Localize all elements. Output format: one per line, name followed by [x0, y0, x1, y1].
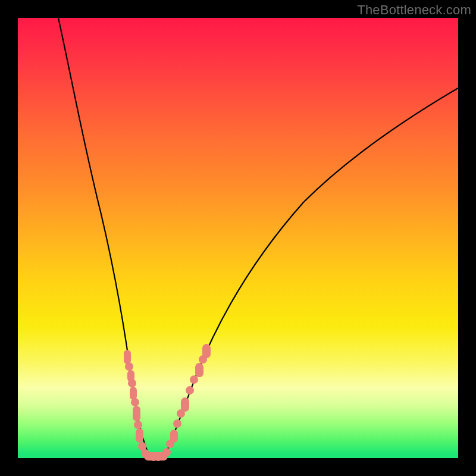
- svg-point-23: [190, 375, 198, 384]
- svg-rect-0: [124, 350, 131, 364]
- plot-area: [18, 18, 458, 458]
- svg-rect-24: [195, 363, 203, 377]
- svg-rect-8: [136, 428, 143, 443]
- svg-point-19: [173, 419, 181, 428]
- chart-frame: TheBottleneck.com: [0, 0, 476, 476]
- svg-point-3: [128, 379, 136, 387]
- svg-rect-4: [130, 387, 137, 400]
- svg-point-9: [138, 442, 146, 450]
- svg-point-1: [125, 362, 133, 371]
- curve-right-branch: [164, 88, 458, 457]
- svg-rect-21: [181, 397, 189, 412]
- curve-layer: [18, 18, 458, 458]
- svg-point-16: [162, 448, 171, 456]
- watermark-text: TheBottleneck.com: [357, 2, 471, 18]
- svg-rect-6: [133, 406, 140, 421]
- svg-point-22: [186, 386, 194, 394]
- svg-rect-18: [170, 430, 178, 443]
- svg-point-7: [134, 421, 142, 429]
- svg-point-5: [131, 398, 139, 406]
- dots-left: [124, 350, 149, 458]
- dots-right: [162, 344, 211, 456]
- svg-rect-26: [202, 344, 211, 358]
